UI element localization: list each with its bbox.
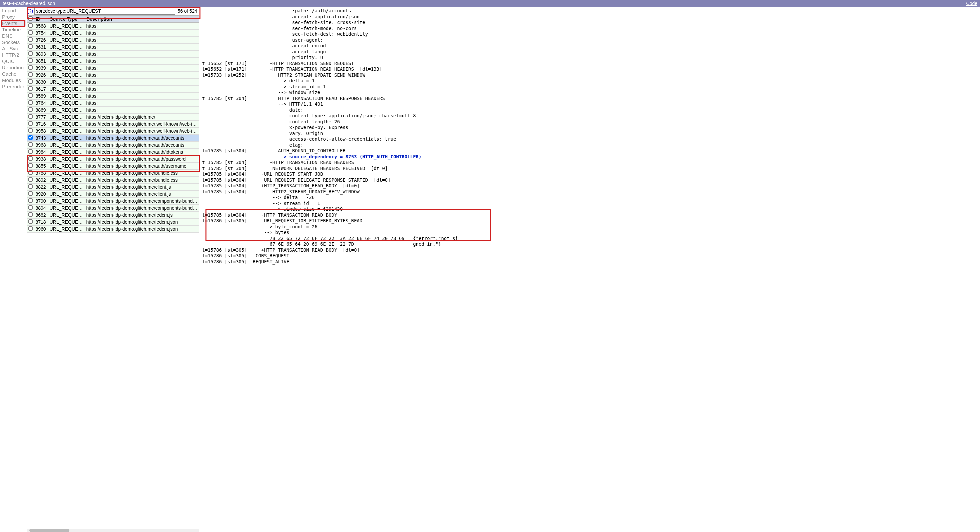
row-checkbox[interactable]: [29, 51, 33, 56]
row-checkbox[interactable]: [29, 44, 33, 49]
table-row[interactable]: 8892URL_REQUESThttps://fedcm-idp-demo.gl…: [27, 177, 199, 184]
cell-id: 8938: [34, 156, 48, 163]
table-row[interactable]: 8984URL_REQUESThttps://fedcm-idp-demo.gl…: [27, 149, 199, 156]
row-checkbox[interactable]: [29, 65, 33, 70]
table-row[interactable]: 8822URL_REQUESThttps://fedcm-idp-demo.gl…: [27, 184, 199, 191]
table-row[interactable]: 8920URL_REQUESThttps://fedcm-idp-demo.gl…: [27, 191, 199, 198]
row-checkbox[interactable]: [29, 79, 33, 84]
sidebar-item-modules[interactable]: Modules: [1, 77, 26, 83]
row-checkbox[interactable]: [29, 30, 33, 35]
filter-input[interactable]: [34, 7, 175, 15]
cell-desc: https://fedcm-idp-demo.glitch.me/fedcm.j…: [85, 226, 199, 233]
sidebar-item-import[interactable]: Import: [1, 7, 26, 14]
row-checkbox[interactable]: [29, 93, 33, 98]
log-pane[interactable]: :path: /auth/accounts accept: applicatio…: [199, 7, 980, 532]
row-checkbox[interactable]: [29, 149, 33, 154]
row-checkbox[interactable]: [29, 164, 33, 168]
code-link[interactable]: Code: [966, 1, 977, 6]
table-row[interactable]: 8851URL_REQUESThttps:: [27, 58, 199, 65]
sidebar-item-events[interactable]: Events: [1, 20, 26, 26]
cell-id: 8788: [34, 170, 48, 177]
row-checkbox[interactable]: [29, 58, 33, 63]
cell-desc: https:: [85, 51, 199, 58]
row-checkbox[interactable]: [29, 23, 33, 28]
row-checkbox[interactable]: [29, 135, 33, 140]
row-checkbox[interactable]: [29, 205, 33, 210]
row-checkbox[interactable]: [29, 72, 33, 77]
table-row[interactable]: 8958URL_REQUESThttps://fedcm-idp-demo.gl…: [27, 128, 199, 135]
table-row[interactable]: 8968URL_REQUESThttps://fedcm-idp-demo.gl…: [27, 142, 199, 149]
row-checkbox[interactable]: [29, 177, 33, 182]
table-row[interactable]: 8764URL_REQUESThttps:: [27, 100, 199, 107]
cell-desc: https://fedcm-idp-demo.glitch.me/client.…: [85, 184, 199, 191]
table-row[interactable]: 8938URL_REQUESThttps://fedcm-idp-demo.gl…: [27, 156, 199, 163]
log-line: vary: Origin: [202, 131, 977, 137]
table-row[interactable]: 8855URL_REQUESThttps://fedcm-idp-demo.gl…: [27, 163, 199, 170]
row-checkbox[interactable]: [29, 121, 33, 125]
cell-check: [27, 149, 34, 156]
table-row[interactable]: 8631URL_REQUESThttps:: [27, 44, 199, 51]
cell-id: 8716: [34, 121, 48, 128]
table-row[interactable]: 8617URL_REQUESThttps:: [27, 86, 199, 93]
table-row[interactable]: 8926URL_REQUESThttps:: [27, 71, 199, 79]
row-checkbox[interactable]: [29, 107, 33, 112]
cell-type: URL_REQUEST: [48, 128, 85, 135]
row-checkbox[interactable]: [29, 219, 33, 224]
row-checkbox[interactable]: [29, 156, 33, 161]
row-checkbox[interactable]: [29, 86, 33, 91]
col-desc[interactable]: Description: [85, 16, 199, 23]
sidebar-item-cache[interactable]: Cache: [1, 71, 26, 77]
row-checkbox[interactable]: [29, 100, 33, 105]
table-row[interactable]: 8788URL_REQUESThttps://fedcm-idp-demo.gl…: [27, 170, 199, 177]
table-row[interactable]: 8777URL_REQUESThttps://fedcm-idp-demo.gl…: [27, 114, 199, 121]
sidebar-item-http2[interactable]: HTTP/2: [1, 52, 26, 58]
table-row[interactable]: 8589URL_REQUESThttps:: [27, 93, 199, 100]
select-all-checkbox[interactable]: [29, 16, 33, 21]
events-table-scroll[interactable]: ID Source Type Description 8568URL_REQUE…: [27, 15, 199, 532]
table-row[interactable]: 8716URL_REQUESThttps://fedcm-idp-demo.gl…: [27, 121, 199, 128]
table-row[interactable]: 8960URL_REQUESThttps://fedcm-idp-demo.gl…: [27, 226, 199, 233]
table-row[interactable]: 8894URL_REQUESThttps://fedcm-idp-demo.gl…: [27, 205, 199, 212]
cell-check: [27, 107, 34, 114]
row-checkbox[interactable]: [29, 128, 33, 133]
row-checkbox[interactable]: [29, 184, 33, 189]
cell-check: [27, 71, 34, 79]
table-row[interactable]: 8869URL_REQUESThttps:: [27, 107, 199, 114]
table-row[interactable]: 8893URL_REQUESThttps:: [27, 51, 199, 58]
row-checkbox[interactable]: [29, 226, 33, 231]
sidebar-item-prerender[interactable]: Prerender: [1, 83, 26, 90]
table-row[interactable]: 8682URL_REQUESThttps://fedcm-idp-demo.gl…: [27, 212, 199, 219]
table-row[interactable]: 8743URL_REQUESThttps://fedcm-idp-demo.gl…: [27, 135, 199, 142]
sidebar-item-sockets[interactable]: Sockets: [1, 39, 26, 45]
table-row[interactable]: 8718URL_REQUESThttps://fedcm-idp-demo.gl…: [27, 219, 199, 226]
table-row[interactable]: 8754URL_REQUESThttps:: [27, 30, 199, 37]
table-row[interactable]: 8726URL_REQUESThttps:: [27, 37, 199, 44]
col-check[interactable]: [27, 16, 34, 23]
sidebar-item-proxy[interactable]: Proxy: [1, 14, 26, 20]
row-checkbox[interactable]: [29, 191, 33, 196]
row-checkbox[interactable]: [29, 170, 33, 175]
row-checkbox[interactable]: [29, 199, 33, 203]
col-type[interactable]: Source Type: [48, 16, 85, 23]
sidebar-item-quic[interactable]: QUIC: [1, 58, 26, 64]
cell-type: URL_REQUEST: [48, 114, 85, 121]
row-checkbox[interactable]: [29, 37, 33, 42]
cell-desc: https:: [85, 79, 199, 86]
log-line: --> bytes =: [202, 230, 977, 236]
sidebar-item-altsvc[interactable]: Alt-Svc: [1, 45, 26, 52]
cell-check: [27, 23, 34, 30]
row-checkbox[interactable]: [29, 114, 33, 119]
sidebar-item-dns[interactable]: DNS: [1, 33, 26, 39]
sidebar-item-timeline[interactable]: Timeline: [1, 26, 26, 33]
row-checkbox[interactable]: [29, 212, 33, 217]
cell-check: [27, 30, 34, 37]
filter-help-link[interactable]: (?): [27, 8, 33, 14]
horizontal-scrollbar[interactable]: [27, 529, 199, 532]
table-row[interactable]: 8568URL_REQUESThttps:: [27, 23, 199, 30]
table-row[interactable]: 8939URL_REQUESThttps:: [27, 65, 199, 71]
sidebar-item-reporting[interactable]: Reporting: [1, 64, 26, 71]
table-row[interactable]: 8790URL_REQUESThttps://fedcm-idp-demo.gl…: [27, 198, 199, 205]
row-checkbox[interactable]: [29, 142, 33, 147]
col-id[interactable]: ID: [34, 16, 48, 23]
table-row[interactable]: 8830URL_REQUESThttps:: [27, 79, 199, 86]
